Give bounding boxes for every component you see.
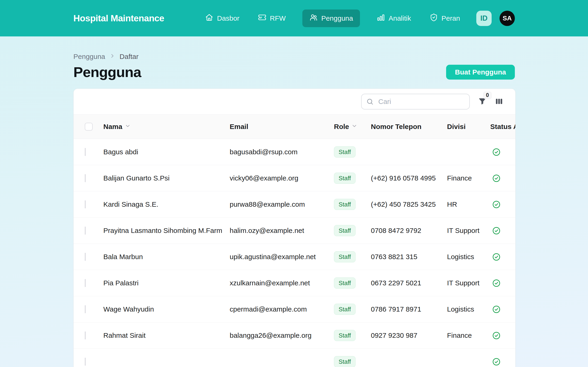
nav-item-pengguna[interactable]: Pengguna xyxy=(302,9,360,27)
chevron-right-icon xyxy=(109,53,115,60)
app-header: Hospital Maintenance Dasbor RFW Pengguna… xyxy=(0,0,588,36)
cell-name: Prayitna Lasmanto Sihombing M.Farm xyxy=(103,227,230,234)
table-row[interactable]: Staff xyxy=(74,349,515,367)
column-header-telepon[interactable]: Nomor Telepon xyxy=(371,123,447,131)
cell-email: upik.agustina@example.net xyxy=(230,253,334,261)
column-header-status[interactable]: Status A xyxy=(490,123,515,131)
cell-email: bagusabdi@rsup.com xyxy=(230,148,334,156)
cell-phone: (+62) 916 0578 4995 xyxy=(371,174,447,182)
table-row[interactable]: Pia Palastri xzulkarnain@example.net Sta… xyxy=(74,270,515,296)
role-badge: Staff xyxy=(334,199,355,210)
table-body: Bagus abdi bagusabdi@rsup.com Staff Bali… xyxy=(74,139,515,367)
cell-email: cpermadi@example.com xyxy=(230,305,334,313)
nav-label: RFW xyxy=(270,14,286,22)
table-row[interactable]: Bagus abdi bagusabdi@rsup.com Staff xyxy=(74,139,515,165)
table-row[interactable]: Bala Marbun upik.agustina@example.net St… xyxy=(74,244,515,270)
status-active-icon xyxy=(492,226,501,235)
column-label: Nomor Telepon xyxy=(371,123,422,131)
status-active-icon xyxy=(492,200,501,209)
search-input[interactable] xyxy=(361,94,470,109)
cell-email: balangga26@example.org xyxy=(230,332,334,339)
cell-division: IT Support xyxy=(447,227,490,234)
role-badge: Staff xyxy=(334,146,355,158)
row-checkbox[interactable] xyxy=(85,305,86,313)
create-user-button[interactable]: Buat Pengguna xyxy=(446,65,515,80)
cell-email: purwa88@example.com xyxy=(230,200,334,208)
table-header-row: Nama Email Role Nomor Telepon Divisi Sta… xyxy=(74,114,515,139)
table-row[interactable]: Wage Wahyudin cpermadi@example.com Staff… xyxy=(74,296,515,322)
column-label: Nama xyxy=(103,123,122,131)
column-label: Role xyxy=(334,123,349,131)
locale-badge[interactable]: ID xyxy=(476,11,492,26)
chevron-down-icon xyxy=(351,123,357,131)
select-all-checkbox[interactable] xyxy=(85,123,93,131)
column-header-divisi[interactable]: Divisi xyxy=(447,123,490,131)
role-badge: Staff xyxy=(334,251,355,262)
table-row[interactable]: Rahmat Sirait balangga26@example.org Sta… xyxy=(74,322,515,349)
ticket-icon xyxy=(258,13,266,23)
page-head: Pengguna Buat Pengguna xyxy=(73,64,515,80)
row-checkbox[interactable] xyxy=(85,279,86,287)
cell-email: vicky06@example.org xyxy=(230,174,334,182)
row-checkbox[interactable] xyxy=(85,200,86,208)
column-header-email[interactable]: Email xyxy=(230,123,334,131)
table-row[interactable]: Prayitna Lasmanto Sihombing M.Farm halim… xyxy=(74,217,515,244)
bar-chart-icon xyxy=(377,13,385,23)
nav-item-rfw[interactable]: RFW xyxy=(256,9,287,27)
chevron-down-icon xyxy=(125,123,131,131)
nav-label: Peran xyxy=(441,14,460,22)
columns-button[interactable] xyxy=(495,97,503,106)
cell-name: Kardi Sinaga S.E. xyxy=(103,200,230,208)
status-active-icon xyxy=(492,331,501,340)
cell-name: Balijan Gunarto S.Psi xyxy=(103,174,230,182)
cell-name: Bala Marbun xyxy=(103,253,230,261)
users-table-card: 0 Nama Email Role Nomor Telepon xyxy=(73,89,516,367)
row-checkbox[interactable] xyxy=(85,253,86,261)
nav-label: Dasbor xyxy=(217,14,239,22)
cell-phone: 0927 9230 987 xyxy=(371,332,447,339)
table-row[interactable]: Balijan Gunarto S.Psi vicky06@example.or… xyxy=(74,165,515,191)
nav-item-dasbor[interactable]: Dasbor xyxy=(203,9,241,27)
users-icon xyxy=(309,13,318,23)
column-header-role[interactable]: Role xyxy=(334,123,371,131)
role-badge: Staff xyxy=(334,330,355,341)
nav-item-analitik[interactable]: Analitik xyxy=(375,9,413,27)
status-active-icon xyxy=(492,358,501,366)
filter-button[interactable]: 0 xyxy=(478,97,486,106)
cell-email: halim.ozy@example.net xyxy=(230,227,334,234)
role-badge: Staff xyxy=(334,356,355,367)
home-icon xyxy=(205,13,213,23)
cell-phone: 0763 8821 315 xyxy=(371,253,447,261)
cell-division: Finance xyxy=(447,174,490,182)
avatar[interactable]: SA xyxy=(500,11,515,26)
status-active-icon xyxy=(492,253,501,261)
column-header-nama[interactable]: Nama xyxy=(103,123,230,131)
row-checkbox[interactable] xyxy=(85,227,86,234)
cell-phone: 0708 8472 9792 xyxy=(371,227,447,234)
columns-icon xyxy=(495,97,503,106)
row-checkbox[interactable] xyxy=(85,148,86,156)
cell-division: IT Support xyxy=(447,279,490,287)
cell-division: Logistics xyxy=(447,253,490,261)
search-box xyxy=(361,94,470,109)
row-checkbox[interactable] xyxy=(85,332,86,339)
cell-name: Wage Wahyudin xyxy=(103,305,230,313)
cell-division: HR xyxy=(447,200,490,208)
header-right: ID SA xyxy=(476,11,515,26)
table-row[interactable]: Kardi Sinaga S.E. purwa88@example.com St… xyxy=(74,191,515,217)
nav-item-peran[interactable]: Peran xyxy=(428,9,462,27)
breadcrumb-section[interactable]: Pengguna xyxy=(73,53,105,60)
cell-name: Pia Palastri xyxy=(103,279,230,287)
page-content: Pengguna Daftar Pengguna Buat Pengguna 0 xyxy=(0,53,588,367)
page-title: Pengguna xyxy=(73,64,141,80)
row-checkbox[interactable] xyxy=(85,358,86,366)
cell-name: Bagus abdi xyxy=(103,148,230,156)
cell-phone: (+62) 450 7825 3425 xyxy=(371,200,447,208)
nav-label: Analitik xyxy=(389,14,411,22)
status-active-icon xyxy=(492,305,501,314)
column-label: Status A xyxy=(490,123,515,131)
role-badge: Staff xyxy=(334,225,355,236)
filter-count-badge: 0 xyxy=(483,92,492,99)
cell-phone: 0786 7917 8971 xyxy=(371,305,447,313)
row-checkbox[interactable] xyxy=(85,174,86,182)
